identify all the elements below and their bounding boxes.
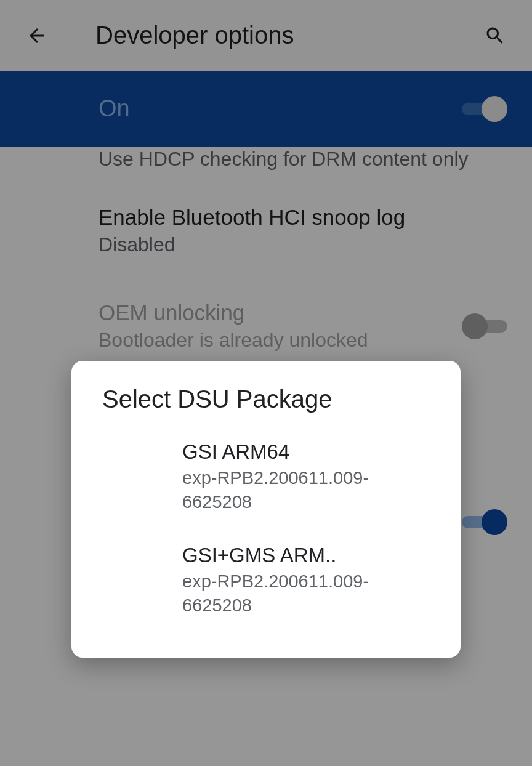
dsu-package-dialog: Select DSU Package GSI ARM64 exp-RPB2.20…: [71, 361, 461, 658]
dsu-option-1-subtitle: exp-RPB2.200611.009-6625208: [182, 570, 430, 618]
dsu-option-0-title: GSI ARM64: [182, 440, 430, 464]
dsu-package-option-0[interactable]: GSI ARM64 exp-RPB2.200611.009-6625208: [71, 425, 461, 529]
dsu-option-0-subtitle: exp-RPB2.200611.009-6625208: [182, 466, 430, 514]
dialog-title: Select DSU Package: [71, 385, 461, 425]
dsu-package-option-1[interactable]: GSI+GMS ARM.. exp-RPB2.200611.009-662520…: [71, 529, 461, 632]
dsu-option-1-title: GSI+GMS ARM..: [182, 544, 430, 567]
